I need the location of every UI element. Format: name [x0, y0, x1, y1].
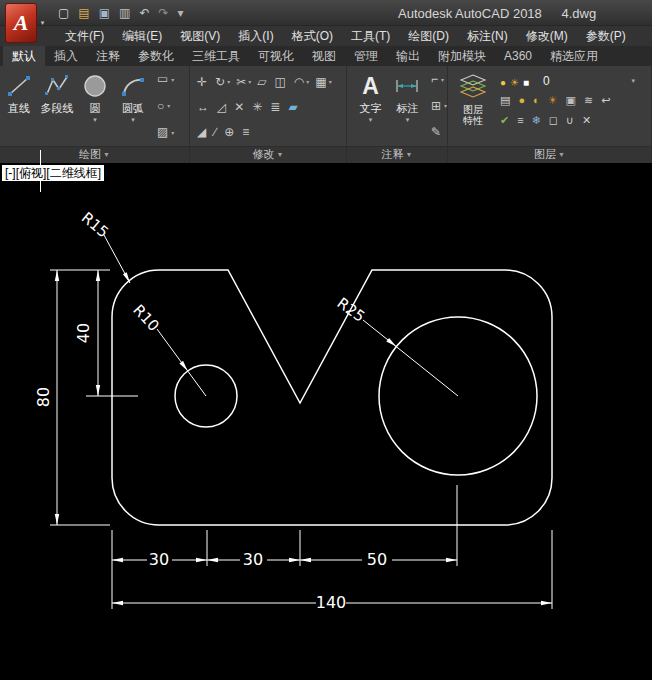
qat-dropdown-icon[interactable]: ▾ — [178, 5, 184, 21]
layer-off-icon[interactable]: ● — [518, 93, 525, 107]
dim-r10[interactable]: R10 — [129, 301, 206, 396]
layer-properties-button[interactable]: 图层 特性 — [452, 68, 494, 146]
menu-item[interactable]: 修改(M) — [517, 26, 577, 46]
dim-140[interactable]: 140 — [112, 593, 552, 612]
menu-item[interactable]: 格式(O) — [283, 26, 342, 46]
ribbon-tab[interactable]: 视图 — [303, 46, 345, 66]
modify-panel-body: ✛ ↻ ▾ ✂ ▾ — [190, 66, 346, 146]
menu-item[interactable]: 参数(P) — [577, 26, 635, 46]
dim-30-right[interactable]: 30 — [207, 550, 300, 569]
dim-80[interactable]: 80 — [34, 270, 59, 525]
layer-unlock-icon[interactable]: ◻ — [549, 113, 558, 127]
layer-previous-icon[interactable]: ↩ — [601, 93, 610, 107]
circle-tool-button[interactable]: 圆 ▾ — [76, 66, 114, 146]
plot-icon[interactable]: ▥ — [119, 5, 130, 21]
ribbon-tab[interactable]: 可视化 — [249, 46, 303, 66]
open-file-icon[interactable]: ▤ — [78, 5, 89, 21]
polyline-tool-button[interactable]: 多段线 — [38, 66, 76, 146]
menu-item[interactable]: 文件(F) — [56, 26, 113, 46]
cad-drawing[interactable]: 80 40 30 30 — [0, 163, 652, 680]
offset-icon[interactable]: ≣ — [270, 100, 282, 114]
ribbon-tab[interactable]: 插入 — [45, 46, 87, 66]
menu-item[interactable]: 视图(V) — [171, 26, 229, 46]
document-name: 4.dwg — [561, 6, 596, 21]
ellipse-tool-icon[interactable]: ○ ▾ — [157, 99, 174, 113]
dim-30-left[interactable]: 30 — [112, 550, 207, 569]
arc-tool-button[interactable]: 圆弧 ▾ — [114, 66, 152, 146]
mirror-icon[interactable]: ◫ — [274, 75, 287, 89]
ribbon-tab[interactable]: 管理 — [345, 46, 387, 66]
trim-icon[interactable]: ✂ ▾ — [236, 75, 251, 89]
hatch-tool-icon[interactable]: ▨ ▾ — [157, 125, 174, 139]
circle-flyout-caret-icon[interactable]: ▾ — [93, 115, 97, 124]
dimension-tool-button[interactable]: 标注 ▾ — [389, 66, 426, 146]
layer-freeze-tool-icon[interactable]: ☀ — [548, 93, 558, 107]
ribbon-tab[interactable]: 注释 — [87, 46, 129, 66]
array-icon[interactable]: ▦ ▾ — [315, 75, 331, 89]
line-tool-button[interactable]: 直线 — [0, 66, 38, 146]
erase-icon[interactable]: ✕ — [234, 100, 246, 114]
new-file-icon[interactable]: ▢ — [58, 5, 69, 21]
ribbon-tab[interactable]: 精选应用 — [541, 46, 607, 66]
layer-panel-label[interactable]: 图层▼ — [448, 146, 651, 163]
ribbon-tab[interactable]: A360 — [495, 46, 541, 66]
draw-panel-label[interactable]: 绘图▼ — [0, 146, 189, 163]
rectangle-tool-icon[interactable]: ▭ ▾ — [157, 72, 174, 86]
menu-item[interactable]: 标注(N) — [458, 26, 517, 46]
table-tool-icon[interactable]: ⊞ ▾ — [431, 99, 447, 113]
dim-r25[interactable]: R25 — [334, 294, 458, 396]
layer-combo-caret-icon[interactable]: ▾ — [631, 77, 635, 85]
ribbon-tab[interactable]: 三维工具 — [183, 46, 249, 66]
match-properties-icon[interactable]: ▰ — [288, 100, 299, 114]
layer-delete-icon[interactable]: ✕ — [582, 113, 591, 127]
redo-icon[interactable]: ↷ — [158, 5, 168, 21]
arc-flyout-caret-icon[interactable]: ▾ — [131, 115, 135, 124]
application-menu-button[interactable]: A ▾ — [5, 3, 48, 43]
ribbon-tab[interactable]: 输出 — [387, 46, 429, 66]
ribbon-tab[interactable]: 附加模块 — [429, 46, 495, 66]
move-icon[interactable]: ✛ — [197, 75, 209, 89]
join-icon[interactable]: ⊕ — [224, 125, 236, 139]
ribbon-tab[interactable]: 默认 — [3, 46, 45, 66]
drawing-canvas[interactable]: [-][俯视][二维线框] — [0, 163, 652, 680]
explode-icon[interactable]: ✳ — [252, 100, 264, 114]
copy-icon[interactable]: ▱ — [257, 75, 268, 89]
dim-50[interactable]: 50 — [300, 550, 457, 569]
dimension-flyout-caret-icon[interactable]: ▾ — [406, 115, 410, 124]
dim-40[interactable]: 40 — [74, 270, 100, 396]
menu-item[interactable]: 插入(I) — [229, 26, 282, 46]
layer-match-icon[interactable]: ≋ — [584, 93, 593, 107]
layer-lock-tool-icon[interactable]: ▣ — [566, 93, 576, 107]
modify-panel-label[interactable]: 修改▼ — [190, 146, 346, 163]
rotate-icon[interactable]: ↻ ▾ — [215, 75, 230, 89]
app-title: Autodesk AutoCAD 2018 — [398, 6, 542, 21]
leader-tool-icon[interactable]: ⌐ ▾ — [431, 72, 447, 86]
scale-icon[interactable]: ◿ — [217, 100, 228, 114]
layer-merge-icon[interactable]: ∪ — [566, 113, 574, 127]
text-tool-button[interactable]: A 文字 ▾ — [352, 66, 389, 146]
layer-isolate-icon[interactable]: ◐ — [533, 93, 540, 107]
text-flyout-caret-icon[interactable]: ▾ — [369, 115, 373, 124]
plate-outline[interactable] — [112, 270, 552, 525]
layer-properties-icon[interactable]: ▤ — [500, 93, 510, 107]
viewport-controls[interactable]: [-][俯视][二维线框] — [2, 165, 104, 181]
dim-style-icon[interactable]: ✎ — [431, 125, 447, 139]
save-icon[interactable]: ▣ — [99, 5, 110, 21]
fillet-icon[interactable]: ◠ ▾ — [294, 75, 310, 89]
layer-select-combo[interactable]: ●☀■ 0 ▾ — [494, 71, 651, 90]
break-icon[interactable]: ∕ — [214, 125, 218, 139]
annotate-panel-label[interactable]: 注释▼ — [347, 146, 447, 163]
menu-item[interactable]: 编辑(E) — [113, 26, 171, 46]
ribbon-tab[interactable]: 参数化 — [129, 46, 183, 66]
layer-walk-icon[interactable]: ≡ — [517, 113, 523, 127]
chamfer-icon[interactable]: ◢ — [197, 125, 208, 139]
layer-thaw-icon[interactable]: ❄ — [532, 113, 541, 127]
undo-icon[interactable]: ↶ — [139, 5, 149, 21]
menu-item[interactable]: 绘图(D) — [399, 26, 458, 46]
measure-icon[interactable]: ≡ — [242, 125, 251, 139]
menu-item[interactable]: 工具(T) — [342, 26, 399, 46]
dim-r25-text: R25 — [334, 294, 368, 326]
stretch-icon[interactable]: ↔ — [197, 100, 211, 114]
layer-make-current-icon[interactable]: ✔ — [500, 113, 509, 127]
dim-r15[interactable]: R15 — [78, 209, 130, 283]
